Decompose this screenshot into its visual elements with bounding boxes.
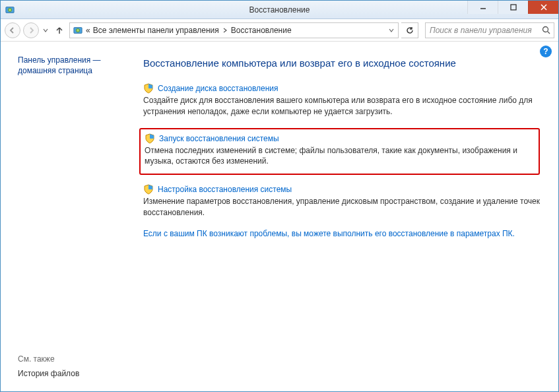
window-controls — [467, 1, 558, 14]
highlighted-option: Запуск восстановления системы Отмена пос… — [139, 128, 540, 176]
refresh-button[interactable] — [401, 22, 418, 38]
minimize-button[interactable] — [467, 1, 498, 14]
help-icon[interactable]: ? — [540, 46, 552, 57]
address-bar[interactable]: « Все элементы панели управления Восстан… — [69, 22, 399, 38]
breadcrumb-part-1[interactable]: Все элементы панели управления — [93, 26, 219, 35]
svg-rect-3 — [511, 5, 516, 10]
svg-point-8 — [543, 27, 548, 32]
configure-restore-link[interactable]: Настройка восстановления системы — [158, 185, 292, 194]
create-recovery-disk-desc: Создайте диск для восстановления вашего … — [143, 95, 540, 117]
system-restore-desc: Отмена последних изменений в системе; фа… — [145, 145, 533, 168]
control-panel-icon — [5, 5, 15, 15]
recovery-option: Создание диска восстановления Создайте д… — [143, 83, 540, 117]
svg-point-7 — [76, 28, 79, 32]
up-button[interactable] — [52, 23, 67, 38]
navigation-bar: « Все элементы панели управления Восстан… — [1, 19, 558, 42]
sidebar-home-link[interactable]: Панель управления — домашняя страница — [18, 55, 123, 76]
sidebar-home-line2: домашняя страница — [18, 65, 123, 76]
maximize-button[interactable] — [498, 1, 528, 14]
history-dropdown-icon[interactable] — [42, 28, 49, 33]
svg-point-1 — [8, 8, 11, 11]
recovery-icon — [73, 25, 83, 36]
shield-icon — [145, 133, 155, 144]
sidebar-footer: См. также История файлов — [18, 354, 79, 378]
create-recovery-disk-link[interactable]: Создание диска восстановления — [158, 84, 279, 93]
page-title: Восстановление компьютера или возврат ег… — [143, 57, 540, 69]
recovery-option: Настройка восстановления системы Изменен… — [143, 184, 540, 218]
pc-settings-recovery-link[interactable]: Если с вашим ПК возникают проблемы, вы м… — [143, 229, 540, 238]
title-bar: Восстановление — [1, 1, 558, 19]
content-area: Панель управления — домашняя страница См… — [1, 42, 558, 391]
shield-icon — [143, 184, 154, 195]
search-box[interactable] — [425, 22, 554, 38]
svg-line-9 — [547, 32, 550, 34]
system-restore-link[interactable]: Запуск восстановления системы — [159, 134, 279, 143]
main-pane: ? Восстановление компьютера или возврат … — [133, 42, 558, 391]
breadcrumb-prefix: « — [86, 26, 90, 35]
sidebar: Панель управления — домашняя страница См… — [1, 42, 133, 391]
shield-icon — [143, 83, 154, 94]
configure-restore-desc: Изменение параметров восстановления, упр… — [143, 196, 540, 218]
breadcrumb-part-2[interactable]: Восстановление — [231, 26, 292, 35]
see-also-label: См. также — [18, 354, 79, 364]
search-input[interactable] — [426, 26, 538, 35]
file-history-link[interactable]: История файлов — [18, 369, 79, 378]
chevron-right-icon[interactable] — [222, 26, 228, 35]
address-dropdown-icon[interactable] — [389, 26, 395, 35]
forward-button[interactable] — [23, 22, 39, 38]
close-button[interactable] — [528, 1, 558, 14]
search-icon[interactable] — [538, 26, 554, 34]
back-button[interactable] — [5, 22, 20, 38]
sidebar-home-line1: Панель управления — — [18, 55, 123, 65]
